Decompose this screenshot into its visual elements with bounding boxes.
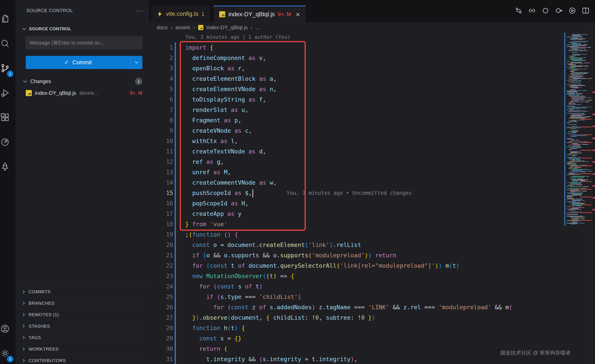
line-number[interactable]: 11 (149, 146, 173, 157)
accounts-icon[interactable] (0, 316, 16, 341)
code-line[interactable]: 3 openBlock as r, (149, 63, 564, 74)
code-line[interactable]: 25 if (s.type === 'childList') (149, 292, 564, 302)
changed-file-row[interactable]: JS index-DY_qBtql.js docs/a... 9+, M (16, 87, 149, 99)
code-line[interactable]: 11 createTextVNode as d, (149, 146, 564, 157)
extensions-icon[interactable] (0, 105, 16, 130)
code-line[interactable]: 2 defineComponent as v, (149, 53, 564, 63)
code-line[interactable]: 20 const o = document.createElement('lin… (149, 240, 564, 250)
code-line[interactable]: 23 new MutationObserver((t) => { (149, 271, 564, 281)
code-line[interactable]: 18} from 'vue' (149, 219, 564, 229)
section-stashes[interactable]: STASHES (16, 321, 149, 332)
overview-ruler[interactable] (592, 22, 595, 364)
more-actions-icon[interactable]: ··· (136, 9, 144, 12)
code-line[interactable]: 19;(function () { (149, 229, 564, 240)
circle-outline-icon[interactable] (541, 7, 550, 15)
line-number[interactable]: 25 (149, 292, 173, 302)
source-control-section-header[interactable]: SOURCE CONTROL (23, 24, 71, 33)
line-number[interactable]: 2 (149, 53, 173, 63)
code-area[interactable]: 1import {2 defineComponent as v,3 openBl… (149, 43, 564, 364)
line-number[interactable]: 28 (149, 323, 173, 333)
code-line[interactable]: 22 for (const t of document.querySelecto… (149, 261, 564, 271)
code-line[interactable]: 24 for (const s of t) (149, 281, 564, 292)
todo-tree-icon[interactable] (0, 155, 16, 179)
breadcrumb-item[interactable]: docs (157, 24, 168, 30)
code-line[interactable]: 8 Fragment as p, (149, 115, 564, 126)
line-number[interactable]: 7 (149, 105, 173, 115)
line-number[interactable]: 30 (149, 344, 173, 354)
code-line[interactable]: 29 const s = {} (149, 333, 564, 344)
open-changes-icon[interactable] (528, 7, 536, 15)
line-number[interactable]: 22 (149, 261, 173, 271)
section-commits[interactable]: COMMITS (16, 286, 149, 298)
section-contributors[interactable]: CONTRIBUTORS (16, 355, 149, 364)
code-line[interactable]: 6 toDisplayString as f, (149, 94, 564, 105)
line-number[interactable]: 14 (149, 178, 173, 188)
section-tags[interactable]: TAGS (16, 332, 149, 343)
line-number[interactable]: 9 (149, 126, 173, 136)
code-line[interactable]: 10 withCtx as l, (149, 136, 564, 146)
tab-vite-config[interactable]: vite.config.ts 1 (151, 6, 210, 22)
section-branches[interactable]: BRANCHES (16, 298, 149, 309)
code-line[interactable]: 15 pushScopeId as $,You, 3 minutes ago •… (149, 188, 564, 198)
line-number[interactable]: 26 (149, 302, 173, 313)
line-number[interactable]: 4 (149, 74, 173, 84)
code-line[interactable]: 1import { (149, 43, 564, 53)
code-line[interactable]: 12 ref as g, (149, 157, 564, 167)
line-number[interactable]: 16 (149, 198, 173, 209)
code-line[interactable]: 7 renderSlot as u, (149, 105, 564, 115)
code-line[interactable]: 4 createElementBlock as a, (149, 74, 564, 84)
source-control-icon[interactable]: 1 (0, 56, 16, 80)
code-line[interactable]: 26 for (const z of s.addedNodes) z.tagNa… (149, 302, 564, 313)
code-line[interactable]: 16 popScopeId as H, (149, 198, 564, 209)
commit-dropdown-button[interactable] (130, 56, 142, 69)
code-line[interactable]: 13 unref as M, (149, 167, 564, 178)
section-remotes[interactable]: REMOTES (1) (16, 309, 149, 321)
breadcrumb-item[interactable]: assets (176, 24, 190, 30)
section-worktrees[interactable]: WORKTREES (16, 343, 149, 355)
circle-arrow-right-icon[interactable] (555, 7, 563, 15)
settings-gear-icon[interactable]: 1 (0, 341, 16, 364)
search-icon[interactable] (0, 31, 16, 56)
line-number[interactable]: 31 (149, 354, 173, 364)
line-number[interactable]: 15 (149, 188, 173, 198)
commit-message-input[interactable] (26, 36, 142, 49)
line-number[interactable]: 19 (149, 229, 173, 240)
line-number[interactable]: 12 (149, 157, 173, 167)
line-number[interactable]: 10 (149, 136, 173, 146)
minimap[interactable] (564, 33, 592, 226)
line-number[interactable]: 6 (149, 94, 173, 105)
code-line[interactable]: 28 function h(t) { (149, 323, 564, 333)
line-number[interactable]: 29 (149, 333, 173, 344)
split-editor-icon[interactable] (581, 7, 590, 15)
line-number[interactable]: 8 (149, 115, 173, 126)
line-number[interactable]: 17 (149, 209, 173, 219)
code-line[interactable]: 27 }).observe(document, { childList: !0,… (149, 313, 564, 323)
close-icon[interactable]: × (296, 12, 300, 16)
line-number[interactable]: 1 (149, 43, 173, 53)
code-line[interactable]: 5 createElementVNode as n, (149, 84, 564, 94)
run-circle-icon[interactable] (568, 7, 576, 15)
line-number[interactable]: 13 (149, 167, 173, 178)
code-line[interactable]: 17 createApp as y (149, 209, 564, 219)
code-line[interactable]: 21 if (o && o.supports && o.supports('mo… (149, 250, 564, 261)
line-number[interactable]: 3 (149, 63, 173, 74)
changes-header[interactable]: Changes 1 (16, 76, 149, 86)
run-and-debug-icon[interactable] (0, 80, 16, 105)
line-number[interactable]: 20 (149, 240, 173, 250)
code-line[interactable]: 9 createVNode as c, (149, 126, 564, 136)
line-number[interactable]: 24 (149, 281, 173, 292)
commit-button[interactable]: ✓ Commit (26, 56, 142, 69)
git-compare-icon[interactable] (515, 7, 523, 15)
line-number[interactable]: 27 (149, 313, 173, 323)
remote-explorer-icon[interactable] (0, 130, 16, 155)
code-line[interactable]: 14 createCommentVNode as w, (149, 178, 564, 188)
explorer-icon[interactable] (0, 7, 16, 31)
breadcrumb-item[interactable]: index-DY_qBtql.js (206, 24, 248, 30)
tab-index-js[interactable]: JS index-DY_qBtql.js 9+, M × (213, 6, 305, 22)
breadcrumb-item[interactable]: ... (255, 24, 260, 30)
line-number[interactable]: 5 (149, 84, 173, 94)
line-number[interactable]: 21 (149, 250, 173, 261)
code-editor[interactable]: docs › assets › JS index-DY_qBtql.js › .… (149, 22, 595, 364)
line-number[interactable]: 18 (149, 219, 173, 229)
line-number[interactable]: 23 (149, 271, 173, 281)
